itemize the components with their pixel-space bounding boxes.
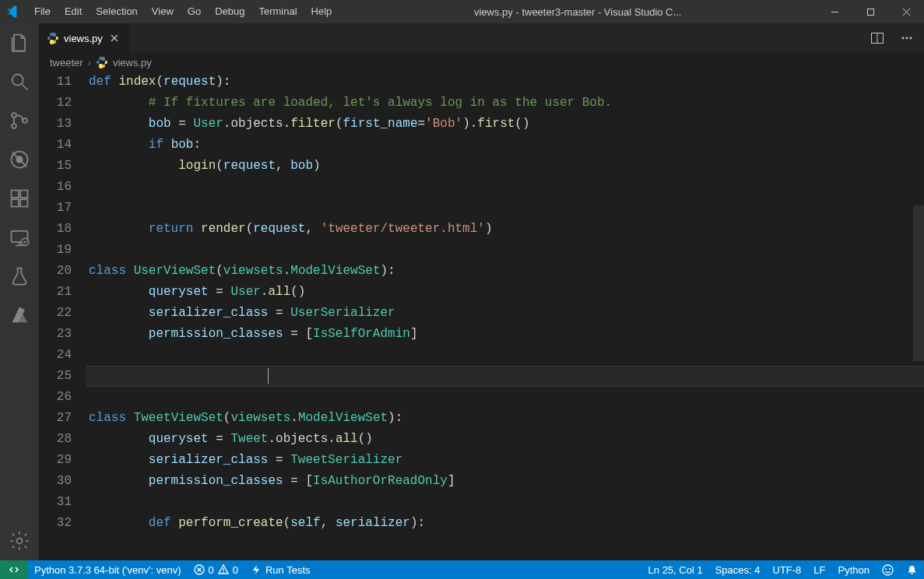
settings-icon[interactable] [0,521,39,560]
code-line[interactable]: queryset = User.all() [86,282,924,303]
split-editor-icon[interactable] [870,30,885,46]
tab-views-py[interactable]: views.py [39,23,130,53]
code-line[interactable] [86,492,924,513]
code-line[interactable]: def index(request): [86,72,924,93]
problems-indicator[interactable]: 0 0 [188,560,244,579]
python-file-icon [47,32,59,44]
menu-selection[interactable]: Selection [89,0,144,23]
code-content[interactable]: def index(request): # If fixtures are lo… [86,72,924,560]
cursor-position[interactable]: Ln 25, Col 1 [642,560,709,579]
lightning-icon [251,564,262,575]
chevron-right-icon: › [88,57,91,68]
svg-point-26 [910,37,912,40]
code-line[interactable]: login(request, bob) [86,156,924,177]
editor-tabs: views.py [39,23,924,53]
main-menu: FileEditSelectionViewGoDebugTerminalHelp [27,0,339,23]
tab-actions [860,30,924,46]
code-line[interactable]: permission_classes = [IsAuthorOrReadOnly… [86,471,924,492]
menu-debug[interactable]: Debug [208,0,251,23]
menu-view[interactable]: View [145,0,181,23]
svg-point-6 [12,113,16,118]
tab-label: views.py [64,33,103,44]
svg-point-34 [889,568,891,570]
warning-icon [218,564,229,575]
code-line[interactable]: def perform_create(self, serializer): [86,513,924,534]
breadcrumb-file[interactable]: views.py [113,57,152,68]
svg-rect-14 [20,199,27,206]
activity-bar [0,23,39,560]
svg-point-4 [12,75,23,86]
vscode-logo-icon [0,5,27,19]
line-number-gutter: 1112131415161718192021222324252627282930… [39,72,86,560]
maximize-button[interactable] [852,0,888,23]
scrollbar-thumb[interactable] [913,205,924,361]
code-line[interactable]: serializer_class = UserSerializer [86,303,924,324]
code-line[interactable] [86,345,924,366]
code-line[interactable]: bob = User.objects.filter(first_name='Bo… [86,114,924,135]
svg-rect-11 [12,191,19,198]
window-controls [817,0,924,23]
more-actions-icon[interactable] [899,30,915,46]
svg-point-33 [885,568,887,570]
minimize-button[interactable] [817,0,852,23]
language-mode[interactable]: Python [832,560,876,579]
breadcrumbs[interactable]: tweeter › views.py [39,53,924,72]
search-icon[interactable] [0,62,39,101]
titlebar: FileEditSelectionViewGoDebugTerminalHelp… [0,0,924,23]
code-line[interactable]: class TweetViewSet(viewsets.ModelViewSet… [86,408,924,429]
python-file-icon [96,56,108,68]
feedback-icon[interactable] [876,560,900,579]
svg-point-31 [223,572,224,574]
code-line[interactable]: class UserViewSet(viewsets.ModelViewSet)… [86,261,924,282]
remote-indicator[interactable] [0,560,28,579]
code-line[interactable]: # If fixtures are loaded, let's always l… [86,93,924,114]
code-line[interactable] [86,387,924,408]
svg-rect-13 [12,199,19,206]
svg-point-7 [12,124,16,128]
extensions-icon[interactable] [0,179,39,218]
encoding[interactable]: UTF-8 [767,560,808,579]
run-tests-button[interactable]: Run Tests [244,560,317,579]
editor-area: views.py tweeter › views.py 111213141516… [39,23,924,560]
main-area: views.py tweeter › views.py 111213141516… [0,23,924,560]
remote-explorer-icon[interactable] [0,218,39,257]
code-line[interactable] [86,177,924,198]
svg-point-32 [883,565,893,575]
eol[interactable]: LF [807,560,831,579]
vertical-scrollbar[interactable] [913,120,924,543]
python-interpreter[interactable]: Python 3.7.3 64-bit ('venv': venv) [28,560,188,579]
azure-icon[interactable] [0,296,39,335]
menu-help[interactable]: Help [304,0,339,23]
test-icon[interactable] [0,257,39,296]
explorer-icon[interactable] [0,23,39,62]
code-line[interactable] [86,198,924,219]
code-line[interactable]: if bob: [86,135,924,156]
source-control-icon[interactable] [0,101,39,140]
status-bar: Python 3.7.3 64-bit ('venv': venv) 0 0 R… [0,560,924,579]
svg-rect-12 [20,191,27,198]
menu-file[interactable]: File [27,0,58,23]
svg-point-24 [902,37,905,40]
code-line[interactable]: serializer_class = TweetSerializer [86,450,924,471]
svg-line-5 [23,85,28,90]
menu-edit[interactable]: Edit [58,0,89,23]
close-tab-icon[interactable] [107,31,121,45]
svg-rect-1 [867,9,873,15]
code-line[interactable]: return render(request, 'tweeter/tweeter.… [86,219,924,240]
code-line[interactable] [86,240,924,261]
code-line[interactable]: permission_classes = [IsSelfOrAdmin] [86,324,924,345]
code-editor[interactable]: 1112131415161718192021222324252627282930… [39,72,924,560]
menu-terminal[interactable]: Terminal [251,0,304,23]
svg-point-19 [17,539,23,544]
code-line[interactable] [86,366,924,387]
debug-icon[interactable] [0,140,39,179]
close-button[interactable] [888,0,924,23]
notifications-icon[interactable] [900,560,924,579]
error-icon [194,564,205,575]
menu-go[interactable]: Go [181,0,208,23]
indentation[interactable]: Spaces: 4 [709,560,767,579]
window-title: views.py - tweeter3-master - Visual Stud… [339,6,817,18]
code-line[interactable]: queryset = Tweet.objects.all() [86,429,924,450]
svg-point-10 [16,156,23,163]
breadcrumb-folder[interactable]: tweeter [50,57,83,68]
